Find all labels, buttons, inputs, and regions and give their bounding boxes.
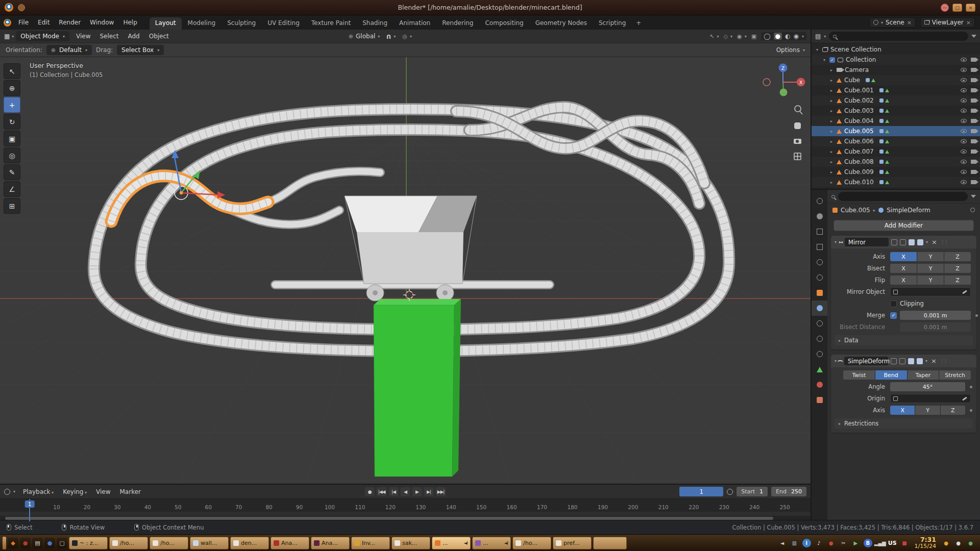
workspace-tab-modeling[interactable]: Modeling bbox=[182, 17, 222, 30]
disable-render-toggle-icon[interactable] bbox=[971, 170, 976, 174]
animate-decorator-icon[interactable] bbox=[975, 314, 978, 317]
disable-render-toggle-icon[interactable] bbox=[971, 160, 976, 164]
eyedropper-icon[interactable] bbox=[962, 396, 968, 402]
simpledeform-modifier-header[interactable]: ▾ ( SimpleDeform ▾ × ⋮⋮ bbox=[831, 355, 976, 367]
hide-viewport-toggle-icon[interactable] bbox=[961, 149, 967, 154]
add-workspace-button[interactable]: + bbox=[632, 17, 645, 30]
drag-handle-icon[interactable]: ⋮⋮ bbox=[940, 239, 947, 245]
outliner-row-cube-003[interactable]: ▸Cube.003 bbox=[812, 106, 980, 116]
merge-checkbox[interactable]: ✓ bbox=[890, 312, 897, 319]
bluetooth-icon[interactable]: B bbox=[864, 539, 872, 547]
properties-tab-scene[interactable] bbox=[812, 255, 827, 270]
close-button[interactable]: × bbox=[966, 4, 975, 12]
hide-viewport-toggle-icon[interactable] bbox=[961, 98, 967, 103]
frame-ruler[interactable]: 1 10203040506070809010011012013014015016… bbox=[0, 498, 811, 512]
deform-mode-taper[interactable]: Taper bbox=[908, 370, 939, 380]
info-icon[interactable]: i bbox=[802, 539, 811, 547]
expand-toggle-icon[interactable]: ▸ bbox=[829, 68, 834, 72]
animate-decorator-icon[interactable] bbox=[970, 409, 972, 412]
properties-tab-world[interactable] bbox=[812, 270, 827, 285]
angle-field[interactable]: 45° bbox=[890, 382, 965, 391]
scale-tool[interactable]: ▣ bbox=[4, 131, 20, 146]
workspace-tab-scripting[interactable]: Scripting bbox=[593, 17, 631, 30]
mirror-flip-z-toggle[interactable]: Z bbox=[944, 276, 971, 285]
deform-axis-z-toggle[interactable]: Z bbox=[941, 406, 965, 415]
expand-toggle-icon[interactable]: ▸ bbox=[829, 139, 834, 144]
3d-viewport[interactable]: Z X ↖⊕+↻▣◎✎∠⊞ bbox=[0, 57, 811, 484]
outliner-row-cube-004[interactable]: ▸Cube.004 bbox=[812, 116, 980, 126]
expand-toggle-icon[interactable]: ▾ bbox=[815, 47, 820, 52]
volume-mixer-icon[interactable]: ● bbox=[954, 539, 963, 547]
task-button-3[interactable]: /ho... bbox=[150, 537, 188, 549]
outliner-row-collection[interactable]: ▾✓Collection bbox=[812, 55, 980, 65]
task-button-11[interactable]: ...◄) bbox=[472, 537, 511, 549]
expand-toggle-icon[interactable]: ▸ bbox=[829, 160, 834, 164]
gizmos-dropdown[interactable]: ◇ ▾ bbox=[724, 33, 732, 40]
hide-viewport-toggle-icon[interactable] bbox=[961, 180, 967, 184]
timeline-editor-type-icon[interactable] bbox=[4, 489, 10, 495]
music-player-icon[interactable]: ♪ bbox=[815, 539, 823, 547]
data-subpanel-header[interactable]: ▸ Data bbox=[835, 335, 973, 345]
drag-setting-dropdown[interactable]: Select Box ▾ bbox=[117, 45, 164, 55]
modifier-extras-icon[interactable]: ▾ bbox=[925, 359, 927, 363]
shading-wireframe-icon[interactable]: ◯ bbox=[764, 33, 770, 40]
viewport-menu-select[interactable]: Select bbox=[95, 31, 123, 41]
start-menu-icon[interactable]: ◆ bbox=[8, 538, 18, 548]
restrictions-subpanel-header[interactable]: ▸ Restrictions bbox=[835, 418, 973, 429]
deform-axis-y-toggle[interactable]: Y bbox=[915, 406, 940, 415]
task-button-6[interactable]: Ana... bbox=[271, 537, 309, 549]
viewport-nav-buttons[interactable] bbox=[794, 106, 802, 160]
disable-render-toggle-icon[interactable] bbox=[971, 68, 976, 72]
outliner-search-input[interactable] bbox=[829, 32, 968, 41]
viewlayer-selector[interactable]: ViewLayer × bbox=[920, 17, 975, 28]
deform-axis-x-toggle[interactable]: X bbox=[890, 406, 915, 415]
workspace-tab-shading[interactable]: Shading bbox=[357, 17, 393, 30]
blender-menu-logo-icon[interactable] bbox=[4, 19, 11, 27]
next-keyframe-button[interactable]: ▶| bbox=[424, 487, 434, 496]
modifier-extras-icon[interactable]: ▾ bbox=[926, 240, 928, 244]
frame-start-field[interactable]: Start 1 bbox=[737, 487, 768, 496]
deform-mode-bend[interactable]: Bend bbox=[875, 370, 907, 380]
expand-toggle-icon[interactable]: ▸ bbox=[829, 119, 834, 123]
outliner-editor-type-icon[interactable]: ▤ bbox=[815, 33, 821, 40]
navigation-gizmo[interactable]: Z X bbox=[763, 64, 805, 96]
workspace-tab-geometry-nodes[interactable]: Geometry Nodes bbox=[530, 17, 593, 30]
maximize-button[interactable]: ▢ bbox=[952, 4, 962, 12]
task-button-9[interactable]: sak... bbox=[391, 537, 430, 549]
cage-toggle-icon[interactable] bbox=[900, 239, 906, 245]
properties-tab-tool[interactable] bbox=[812, 193, 827, 209]
snap-dropdown[interactable]: U ▾ bbox=[386, 33, 396, 40]
remove-modifier-button[interactable]: × bbox=[932, 238, 937, 246]
browser-icon[interactable]: ● bbox=[20, 538, 31, 548]
properties-tab-render[interactable] bbox=[812, 209, 827, 224]
hide-viewport-toggle-icon[interactable] bbox=[961, 129, 967, 133]
render-display-toggle-icon[interactable] bbox=[917, 358, 923, 364]
keyboard-layout-indicator[interactable]: US bbox=[888, 540, 897, 546]
viewport-menu-object[interactable]: Object bbox=[144, 31, 174, 41]
mirror-modifier-header[interactable]: ▾ ▸◂ Mirror ▾ × ⋮⋮ bbox=[831, 236, 976, 248]
keyboard-flag-icon[interactable]: ■ bbox=[900, 539, 909, 547]
expand-toggle-icon[interactable]: ▸ bbox=[829, 109, 834, 113]
current-frame-field[interactable]: 1 bbox=[679, 487, 723, 496]
expand-toggle-icon[interactable]: ▸ bbox=[829, 88, 834, 93]
properties-tab-object[interactable] bbox=[812, 285, 827, 300]
expand-icon[interactable]: ▾ bbox=[835, 240, 837, 244]
edit-mode-toggle-icon[interactable] bbox=[891, 239, 897, 245]
hide-viewport-toggle-icon[interactable] bbox=[961, 88, 967, 92]
deform-mode-stretch[interactable]: Stretch bbox=[939, 370, 971, 380]
add-modifier-button[interactable]: Add Modifier bbox=[834, 220, 974, 231]
cage-toggle-icon[interactable] bbox=[899, 358, 905, 364]
merge-threshold-field[interactable]: 0.001 m bbox=[900, 311, 971, 320]
unlink-scene-icon[interactable]: × bbox=[907, 19, 912, 26]
properties-tab-object-data[interactable] bbox=[812, 362, 827, 377]
properties-tab-constraints[interactable] bbox=[812, 346, 827, 362]
shading-material-icon[interactable]: ◐ bbox=[785, 33, 790, 40]
expand-icon[interactable]: ▾ bbox=[835, 359, 837, 363]
transform-orientation-dropdown[interactable]: ⊕ Global ▾ bbox=[349, 33, 380, 40]
viewport-menu-add[interactable]: Add bbox=[123, 31, 144, 41]
edit-mode-toggle-icon[interactable] bbox=[891, 358, 897, 364]
menu-help[interactable]: Help bbox=[118, 17, 141, 28]
mirror-object-field[interactable] bbox=[890, 287, 971, 296]
workspace-tab-uv-editing[interactable]: UV Editing bbox=[262, 17, 305, 30]
media-app-icon[interactable]: ● bbox=[827, 539, 836, 547]
